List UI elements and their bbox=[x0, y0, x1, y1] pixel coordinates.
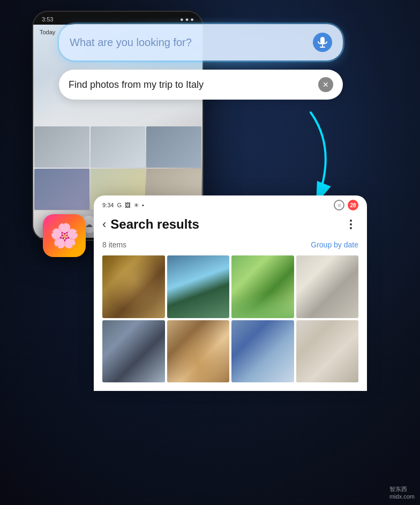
svg-rect-59 bbox=[332, 345, 341, 349]
svg-rect-25 bbox=[312, 281, 343, 312]
svg-rect-6 bbox=[102, 255, 165, 318]
phone-today-label: Today bbox=[40, 29, 55, 35]
dot1 bbox=[350, 220, 352, 222]
phone-thumb bbox=[34, 126, 89, 168]
photo-item-8[interactable] bbox=[296, 320, 359, 383]
svg-rect-32 bbox=[102, 355, 165, 382]
svg-rect-57 bbox=[320, 341, 335, 363]
svg-rect-36 bbox=[167, 320, 230, 351]
photo-item-1[interactable] bbox=[102, 255, 165, 318]
svg-rect-17 bbox=[231, 255, 294, 287]
panel-header: ‹ Search results bbox=[94, 213, 367, 238]
svg-rect-46 bbox=[231, 355, 294, 382]
svg-rect-51 bbox=[275, 351, 279, 364]
svg-rect-52 bbox=[281, 351, 285, 364]
photo-item-2[interactable] bbox=[167, 255, 230, 318]
search-results-panel: 9:34 G 🖼 ✳ • ⊘ 28 ‹ Search results 8 ite… bbox=[94, 195, 367, 391]
svg-rect-45 bbox=[231, 320, 294, 355]
back-button[interactable]: ‹ bbox=[102, 217, 106, 231]
watermark: 智东西midx.com bbox=[389, 485, 415, 500]
svg-point-39 bbox=[178, 345, 218, 370]
panel-status-asterisk: ✳ bbox=[134, 202, 139, 209]
svg-rect-21 bbox=[231, 299, 294, 318]
svg-rect-43 bbox=[200, 350, 205, 362]
more-options-button[interactable] bbox=[343, 220, 358, 229]
gallery-app-icon[interactable]: 🌸 bbox=[43, 214, 86, 257]
svg-marker-27 bbox=[321, 259, 333, 268]
svg-rect-60 bbox=[322, 363, 327, 375]
phone-indicators: ● ● ● bbox=[180, 16, 194, 22]
gallery-flower-icon: 🌸 bbox=[50, 222, 79, 250]
notification-badge: 28 bbox=[348, 200, 358, 210]
panel-status-g: G bbox=[117, 202, 122, 208]
svg-point-23 bbox=[275, 282, 288, 294]
svg-marker-13 bbox=[179, 268, 205, 293]
panel-subheader: 8 items Group by date bbox=[94, 238, 367, 253]
svg-rect-0 bbox=[320, 37, 325, 44]
svg-rect-30 bbox=[332, 283, 340, 292]
svg-rect-28 bbox=[322, 290, 332, 305]
svg-point-47 bbox=[245, 334, 280, 361]
phone-thumb bbox=[91, 126, 146, 168]
svg-rect-50 bbox=[247, 351, 251, 364]
active-search-bar[interactable]: Find photos from my trip to Italy ✕ bbox=[59, 70, 343, 100]
svg-rect-34 bbox=[124, 336, 137, 361]
svg-rect-42 bbox=[192, 350, 197, 362]
svg-point-10 bbox=[139, 272, 154, 295]
phone-time: 3:53 bbox=[42, 16, 53, 22]
svg-rect-44 bbox=[209, 351, 214, 363]
svg-rect-24 bbox=[296, 255, 359, 293]
svg-point-9 bbox=[111, 274, 130, 299]
panel-status-dot: • bbox=[142, 202, 144, 208]
photo-item-6[interactable] bbox=[167, 320, 230, 383]
photo-item-4[interactable] bbox=[296, 255, 359, 318]
svg-marker-14 bbox=[198, 271, 223, 293]
photo-item-5[interactable] bbox=[102, 320, 165, 383]
phone-thumb bbox=[146, 126, 201, 168]
panel-status-bar: 9:34 G 🖼 ✳ • ⊘ 28 bbox=[94, 195, 367, 213]
photo-item-3[interactable] bbox=[231, 255, 294, 318]
svg-rect-61 bbox=[328, 363, 333, 375]
svg-rect-20 bbox=[231, 287, 294, 318]
voice-search-bar[interactable]: What are you looking for? bbox=[59, 24, 343, 61]
svg-rect-26 bbox=[318, 268, 336, 287]
svg-rect-35 bbox=[140, 337, 159, 360]
svg-marker-18 bbox=[231, 268, 262, 287]
svg-rect-58 bbox=[314, 342, 322, 346]
group-by-date-button[interactable]: Group by date bbox=[311, 240, 358, 249]
svg-rect-37 bbox=[167, 351, 230, 382]
svg-point-16 bbox=[195, 291, 201, 297]
photo-item-7[interactable] bbox=[231, 320, 294, 383]
svg-rect-40 bbox=[174, 351, 179, 363]
items-count: 8 items bbox=[102, 240, 126, 249]
svg-rect-55 bbox=[296, 320, 359, 383]
svg-rect-41 bbox=[183, 351, 188, 363]
panel-title: Search results bbox=[110, 217, 339, 232]
svg-rect-31 bbox=[102, 320, 165, 355]
svg-point-7 bbox=[111, 262, 155, 299]
photo-grid bbox=[94, 253, 367, 391]
svg-rect-29 bbox=[314, 283, 322, 292]
svg-rect-49 bbox=[241, 351, 244, 364]
phone-thumb bbox=[34, 169, 89, 210]
svg-rect-12 bbox=[167, 293, 230, 318]
svg-point-22 bbox=[236, 285, 246, 295]
dot3 bbox=[350, 227, 352, 229]
svg-rect-8 bbox=[115, 293, 152, 312]
svg-point-15 bbox=[185, 293, 192, 299]
svg-rect-62 bbox=[318, 375, 336, 379]
svg-point-38 bbox=[172, 340, 224, 375]
svg-marker-19 bbox=[250, 265, 288, 287]
panel-status-gallery: 🖼 bbox=[125, 202, 131, 208]
microphone-icon[interactable] bbox=[313, 33, 332, 52]
clear-search-button[interactable]: ✕ bbox=[318, 77, 333, 92]
svg-point-56 bbox=[320, 325, 335, 343]
voice-search-placeholder: What are you looking for? bbox=[70, 36, 192, 49]
svg-rect-11 bbox=[167, 255, 230, 293]
search-query-text: Find photos from my trip to Italy bbox=[69, 79, 204, 91]
panel-time: 9:34 bbox=[102, 202, 114, 208]
svg-rect-48 bbox=[245, 348, 280, 357]
phone-status-bar: 3:53 ● ● ● bbox=[33, 12, 202, 25]
svg-rect-33 bbox=[106, 338, 121, 360]
mute-icon: ⊘ bbox=[334, 200, 344, 210]
